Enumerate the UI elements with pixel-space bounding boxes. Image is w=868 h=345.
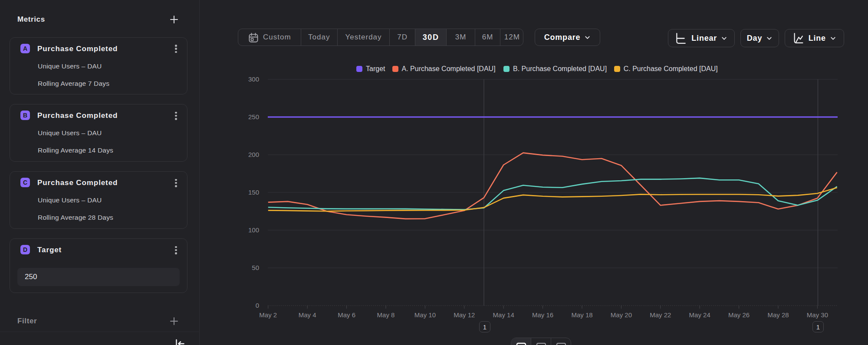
svg-text:250: 250 — [248, 113, 259, 120]
svg-text:May 2: May 2 — [259, 311, 277, 319]
svg-text:May 14: May 14 — [493, 311, 514, 319]
svg-text:May 8: May 8 — [377, 311, 395, 319]
svg-text:May 22: May 22 — [650, 311, 671, 319]
svg-text:May 28: May 28 — [767, 311, 789, 319]
svg-text:0: 0 — [256, 302, 259, 309]
svg-text:May 16: May 16 — [532, 311, 553, 319]
svg-text:May 10: May 10 — [414, 311, 436, 319]
svg-text:May 6: May 6 — [338, 311, 355, 319]
svg-text:May 24: May 24 — [689, 311, 710, 319]
svg-text:200: 200 — [248, 151, 259, 158]
svg-text:May 26: May 26 — [728, 311, 750, 319]
svg-text:May 18: May 18 — [571, 311, 592, 319]
svg-text:May 12: May 12 — [454, 311, 475, 319]
svg-text:May 30: May 30 — [807, 311, 828, 319]
svg-text:May 20: May 20 — [611, 311, 632, 319]
svg-text:May 4: May 4 — [299, 311, 316, 319]
svg-text:300: 300 — [248, 75, 259, 83]
svg-text:50: 50 — [252, 264, 259, 271]
svg-text:150: 150 — [248, 189, 259, 196]
svg-text:100: 100 — [248, 226, 259, 234]
